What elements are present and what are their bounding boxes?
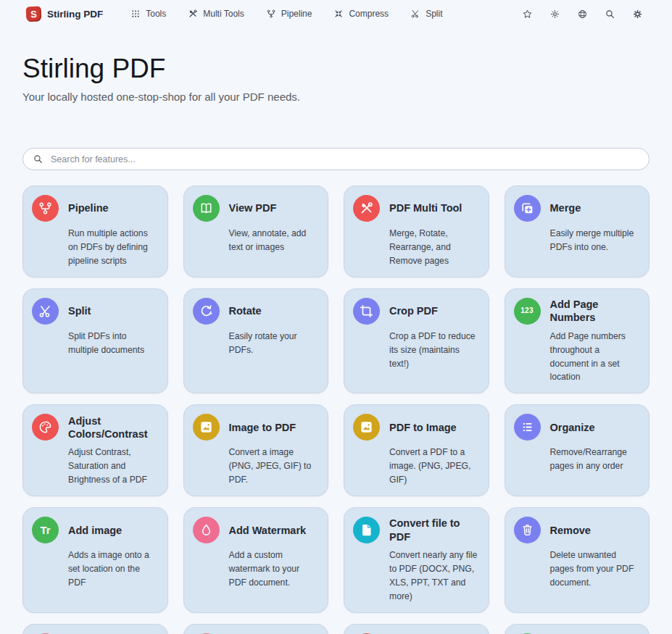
book-open-icon [193,195,220,222]
grid-icon [130,9,141,19]
feature-card-title: Add Page Numbers [550,298,641,324]
feature-card-title: View PDF [229,201,320,214]
navbar: S Stirling PDF Tools Multi Tools Pipelin… [0,0,672,26]
feature-card[interactable]: Add Password Encrypt your PDF document w… [22,624,168,634]
feature-card-description: Adjust Contrast, Saturation and Brightne… [68,446,159,487]
feature-card-title: Merge [550,201,641,214]
scissors-icon [32,298,59,325]
feature-card[interactable]: Split Split PDFs into multiple documents [22,288,168,394]
feature-card-title: Image to PDF [229,421,320,434]
feature-card[interactable]: Rotate Easily rotate your PDFs. [183,288,329,394]
navbar-actions [522,9,643,20]
feature-card-description: Run multiple actions on PDFs by defining… [68,227,159,268]
feature-card-title: Organize [550,421,641,434]
feature-card-title: Remove [550,524,641,537]
feature-card[interactable]: Compress Compress PDFs to reduce their f… [344,624,489,634]
feature-card[interactable]: PDF to Image Convert a PDF to a image. (… [344,404,489,496]
feature-card-description: Remove/Rearrange pages in any order [550,446,641,473]
tools-icon [353,195,380,222]
feature-card[interactable]: Organize Remove/Rearrange pages in any o… [505,404,650,496]
tools-icon [188,9,198,19]
feature-card-description: Convert nearly any file to PDF (DOCX, PN… [389,549,480,604]
feature-card-description: Delete unwanted pages from your PDF docu… [550,549,641,590]
scissors-icon [410,9,420,19]
file-icon [353,517,380,543]
feature-card-description: Convert a PDF to a image. (PNG, JPEG, GI… [389,446,480,487]
navbar-menu: Tools Multi Tools Pipeline Compress Spli… [130,9,442,19]
feature-card[interactable]: Image to PDF Convert a image (PNG, JPEG,… [183,404,329,496]
feature-card-title: Split [68,304,159,317]
feature-card[interactable]: Merge Easily merge multiple PDFs into on… [505,185,650,278]
feature-card[interactable]: Crop PDF Crop a PDF to reduce its size (… [344,288,489,394]
feature-card[interactable]: Add Watermark Add a custom watermark to … [183,507,329,613]
feature-card-title: PDF Multi Tool [389,201,480,214]
globe-icon[interactable] [577,9,588,20]
text-format-icon: Tr [32,517,59,543]
search-bar [22,148,650,170]
feature-card[interactable]: Tr Add image Adds a image onto a set loc… [22,507,168,613]
feature-card[interactable]: View PDF View, annotate, add text or ima… [183,185,329,278]
trash-icon [514,517,541,543]
feature-card-title: PDF to Image [389,421,480,434]
page-title: Stirling PDF [22,54,650,84]
feature-card-title: Add Watermark [229,524,320,537]
star-icon[interactable] [522,9,533,20]
palette-icon [32,414,59,441]
feature-card[interactable]: 123 Add Page Numbers Add Page numbers th… [505,288,650,394]
feature-card-title: Adjust Colors/Contrast [68,414,159,441]
image-icon [193,414,220,441]
nav-item-multi-tools[interactable]: Multi Tools [188,9,244,19]
feature-card[interactable]: Convert file to PDF Convert nearly any f… [344,507,489,613]
feature-card[interactable]: Pipeline Run multiple actions on PDFs by… [22,185,168,278]
main-content: Stirling PDF Your locally hosted one-sto… [0,54,672,634]
feature-card-title: Rotate [229,304,320,317]
feature-card-description: Add a custom watermark to your PDF docum… [229,549,320,590]
feature-card-description: Crop a PDF to reduce its size (maintains… [389,330,480,371]
feature-card-description: Adds a image onto a set location on the … [68,549,159,590]
feature-card-title: Crop PDF [389,304,480,317]
pipeline-icon [266,9,276,19]
image-icon [353,414,380,441]
nav-item-compress[interactable]: Compress [333,9,389,19]
feature-card[interactable]: Change Metadata Change/Remove/Add metada… [505,624,650,634]
feature-card[interactable]: Remove Delete unwanted pages from your P… [505,507,650,613]
gear-icon[interactable] [632,9,643,20]
search-icon[interactable] [605,9,615,20]
feature-card[interactable]: Remove Password Remove password protecti… [183,624,329,634]
search-input[interactable] [22,148,650,170]
feature-card[interactable]: PDF Multi Tool Merge, Rotate, Rearrange,… [344,185,489,278]
list-icon [514,414,541,441]
feature-card-description: Add Page numbers throughout a document i… [550,330,641,385]
merge-icon [514,195,541,222]
feature-card-title: Convert file to PDF [389,517,480,543]
brand[interactable]: S Stirling PDF [26,7,103,22]
stirling-logo-icon: S [26,6,42,22]
feature-card[interactable]: Adjust Colors/Contrast Adjust Contrast, … [22,404,168,496]
nav-item-pipeline[interactable]: Pipeline [266,9,312,19]
nav-item-tools[interactable]: Tools [130,9,166,19]
feature-card-title: Pipeline [68,201,159,214]
crop-icon [353,298,380,325]
drop-icon [193,517,220,543]
numbers-123-icon: 123 [514,298,541,325]
feature-card-title: Add image [68,524,159,537]
feature-card-description: View, annotate, add text or images [229,227,320,254]
rotate-icon [193,298,220,325]
features-grid: Pipeline Run multiple actions on PDFs by… [22,185,650,634]
pipeline-icon [32,195,59,222]
feature-card-description: Merge, Rotate, Rearrange, and Remove pag… [389,227,480,268]
brightness-icon[interactable] [549,9,560,20]
feature-card-description: Split PDFs into multiple documents [68,330,159,357]
search-icon [33,154,43,164]
feature-card-description: Easily rotate your PDFs. [229,330,320,357]
feature-card-description: Convert a image (PNG, JPEG, GIF) to PDF. [229,446,320,487]
feature-card-description: Easily merge multiple PDFs into one. [550,227,641,254]
page-subtitle: Your locally hosted one-stop-shop for al… [22,91,650,103]
nav-item-split[interactable]: Split [410,9,442,19]
brand-name: Stirling PDF [47,9,103,20]
compress-icon [333,9,344,19]
